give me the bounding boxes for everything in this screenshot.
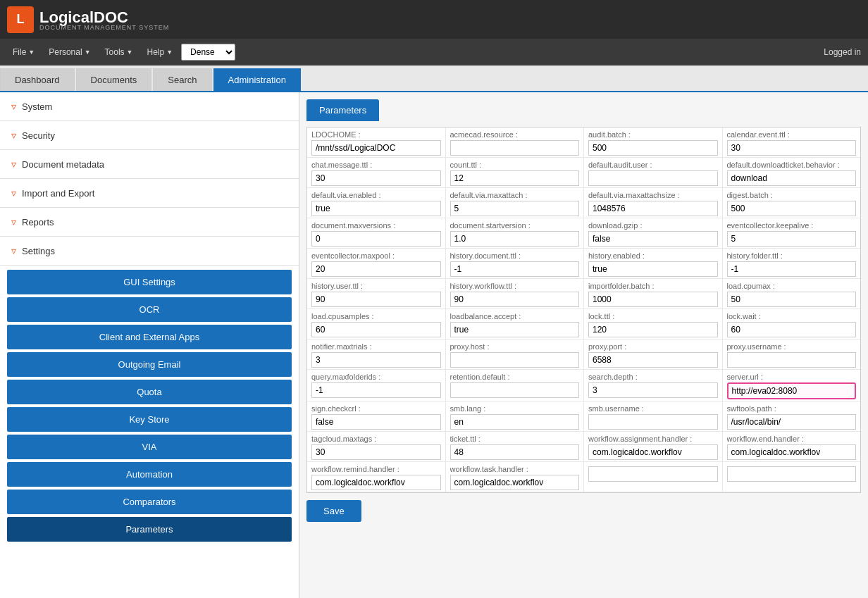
param-cell: workflow.task.handler :: [446, 462, 585, 492]
param-importfolderbatch-input[interactable]: [588, 292, 718, 307]
parameters-tab-label[interactable]: Parameters: [306, 99, 379, 121]
param-cell: proxy.port :: [584, 340, 723, 369]
tab-administration[interactable]: Administration: [213, 68, 301, 91]
param-swftools-input[interactable]: [727, 414, 857, 430]
sidebar-section-system-header[interactable]: ▿ System: [0, 92, 299, 120]
param-cell: audit.batch :: [584, 127, 723, 157]
menu-personal[interactable]: Personal ▼: [43, 44, 96, 60]
param-historyworkflowttl-input[interactable]: [450, 292, 580, 307]
app-header: L LogicalDOC DOCUMENT MANAGEMENT SYSTEM: [0, 0, 868, 39]
param-auditbatch-input[interactable]: [588, 140, 718, 156]
param-cell: query.maxfolderids :: [307, 370, 446, 401]
param-loadbalance-input[interactable]: [450, 322, 580, 337]
param-maxversions-input[interactable]: [311, 231, 441, 247]
sidebar-btn-parameters[interactable]: Parameters: [7, 517, 292, 542]
sidebar-btn-client-apps[interactable]: Client and External Apps: [7, 325, 292, 349]
param-cell: importfolder.batch :: [584, 279, 723, 309]
param-maxtrials-input[interactable]: [311, 352, 441, 368]
param-startversion-input[interactable]: [450, 231, 580, 247]
param-cell: lock.ttl :: [584, 309, 723, 339]
param-cell: load.cpumax :: [723, 279, 861, 309]
param-historyfolderttl-input[interactable]: [727, 261, 857, 277]
param-historyuserttl-input[interactable]: [311, 292, 441, 307]
sidebar-section-docmeta-header[interactable]: ▿ Document metadata: [0, 150, 299, 178]
param-chatttl-input[interactable]: [311, 170, 441, 186]
param-smblang-input[interactable]: [450, 414, 580, 430]
settings-arrow-icon: ▿: [11, 245, 16, 256]
param-lockwait-input[interactable]: [727, 322, 857, 337]
param-calendarttl-input[interactable]: [727, 140, 857, 156]
param-label: history.folder.ttl :: [727, 250, 857, 261]
param-endhandler-input[interactable]: [727, 444, 857, 460]
param-proxyhost-input[interactable]: [450, 352, 580, 368]
sidebar-btn-ocr[interactable]: OCR: [7, 297, 292, 322]
sidebar-btn-quota[interactable]: Quota: [7, 380, 292, 404]
param-maxtags-input[interactable]: [311, 444, 441, 460]
param-taskhandler-input[interactable]: [450, 475, 580, 490]
param-empty2-input[interactable]: [727, 466, 857, 482]
param-cell: history.enabled :: [584, 249, 723, 278]
param-historydocttl-input[interactable]: [450, 261, 580, 277]
param-keepalive-input[interactable]: [727, 231, 857, 247]
param-ldochome-input[interactable]: [311, 140, 441, 156]
app-title: LogicalDOC: [39, 8, 128, 26]
param-retention-input[interactable]: [450, 382, 580, 398]
menu-help[interactable]: Help ▼: [142, 44, 179, 60]
param-cell: history.user.ttl :: [307, 279, 446, 309]
menu-tools[interactable]: Tools ▼: [99, 44, 139, 60]
param-defaultaudituser-input[interactable]: [588, 170, 718, 186]
param-serverurl-input[interactable]: [727, 382, 857, 399]
param-empty1-input[interactable]: [588, 466, 718, 482]
param-searchdepth-input[interactable]: [588, 382, 718, 398]
param-cell: [584, 462, 723, 492]
tab-search[interactable]: Search: [153, 68, 211, 91]
param-label: history.document.ttl :: [450, 250, 580, 261]
param-smbuser-input[interactable]: [588, 414, 718, 430]
param-label: history.workflow.ttl :: [450, 280, 580, 292]
sidebar-section-security-label: Security: [22, 130, 55, 141]
sidebar-section-import-header[interactable]: ▿ Import and Export: [0, 179, 299, 207]
sidebar-buttons-area: GUI Settings OCR Client and External App…: [0, 266, 299, 546]
param-assignmenthandler-input[interactable]: [588, 444, 718, 460]
sidebar-btn-key-store[interactable]: Key Store: [7, 407, 292, 432]
param-viamaxattach-input[interactable]: [450, 201, 580, 216]
density-selector[interactable]: Dense Normal Wide: [181, 44, 235, 61]
param-label: history.enabled :: [588, 250, 718, 261]
menu-file[interactable]: File ▼: [7, 44, 40, 60]
param-checkcrl-input[interactable]: [311, 414, 441, 430]
sidebar-btn-via[interactable]: VIA: [7, 435, 292, 459]
param-cell: notifier.maxtrials :: [307, 340, 446, 369]
param-ticketttl-input[interactable]: [450, 444, 580, 460]
param-maxfolderids-input[interactable]: [311, 382, 441, 398]
param-acmecad-input[interactable]: [450, 140, 580, 156]
tab-dashboard[interactable]: Dashboard: [0, 68, 75, 91]
save-button[interactable]: Save: [306, 500, 361, 522]
sidebar-btn-outgoing-email[interactable]: Outgoing Email: [7, 352, 292, 377]
param-label: load.cpumax :: [727, 280, 857, 292]
param-cell: document.maxversions :: [307, 218, 446, 248]
sidebar-btn-automation[interactable]: Automation: [7, 462, 292, 487]
sidebar-section-reports-header[interactable]: ▿ Reports: [0, 208, 299, 236]
param-viaenabled-input[interactable]: [311, 201, 441, 216]
param-maxpool-input[interactable]: [311, 261, 441, 277]
param-remindhandler-input[interactable]: [311, 475, 441, 490]
sidebar-section-settings-header[interactable]: ▿ Settings: [0, 237, 299, 265]
sidebar-section-security-header[interactable]: ▿ Security: [0, 121, 299, 149]
param-downloadticket-input[interactable]: [727, 170, 857, 186]
param-cell: count.ttl :: [446, 158, 585, 187]
sidebar-section-security: ▿ Security: [0, 121, 299, 150]
param-lockttl-input[interactable]: [588, 322, 718, 337]
param-cpusamples-input[interactable]: [311, 322, 441, 337]
param-viamaxattachsize-input[interactable]: [588, 201, 718, 216]
sidebar-btn-gui-settings[interactable]: GUI Settings: [7, 270, 292, 294]
param-cpumax-input[interactable]: [727, 292, 857, 307]
param-downloadgzip-input[interactable]: [588, 231, 718, 247]
param-countttl-input[interactable]: [450, 170, 580, 186]
param-historyenabled-input[interactable]: [588, 261, 718, 277]
param-cell: [723, 462, 861, 492]
param-proxyport-input[interactable]: [588, 352, 718, 368]
tab-documents[interactable]: Documents: [76, 68, 152, 91]
param-digestbatch-input[interactable]: [727, 201, 857, 216]
param-proxyuser-input[interactable]: [727, 352, 857, 368]
sidebar-btn-comparators[interactable]: Comparators: [7, 490, 292, 514]
